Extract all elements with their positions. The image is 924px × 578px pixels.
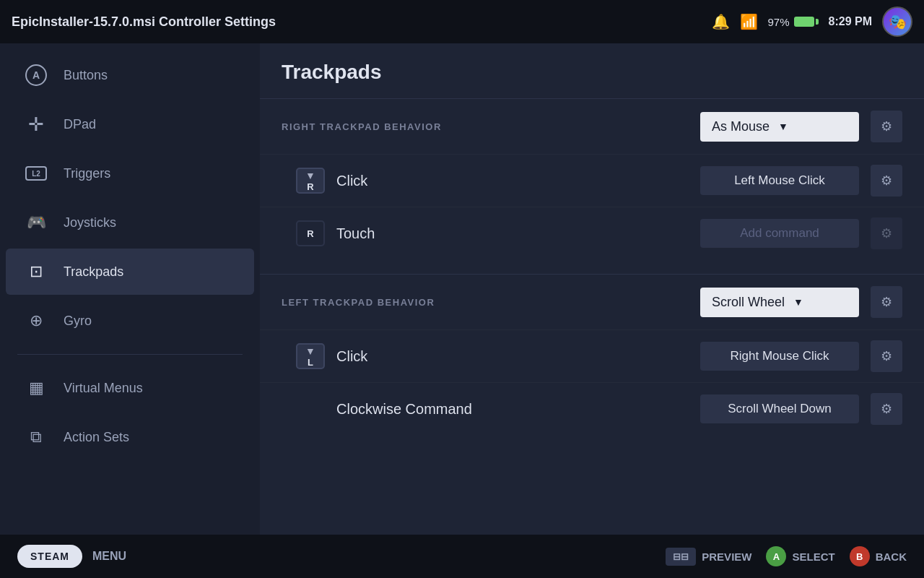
topbar-time: 8:29 PM: [829, 15, 872, 28]
left-trackpad-click-row: ▼ L Click Right Mouse Click ⚙: [260, 329, 924, 382]
sidebar-label-gyro: Gyro: [64, 314, 92, 329]
dropdown-arrow-icon-2: ▼: [793, 296, 803, 308]
right-trackpad-header: RIGHT TRACKPAD BEHAVIOR As Mouse ▼ ⚙: [260, 99, 924, 154]
sidebar-item-dpad[interactable]: ✛ DPad: [6, 101, 254, 147]
bell-icon: 🔔: [712, 13, 730, 30]
sidebar-item-buttons[interactable]: A Buttons: [6, 52, 254, 98]
right-click-label: Click: [336, 173, 689, 189]
left-trackpad-section: LEFT TRACKPAD BEHAVIOR Scroll Wheel ▼ ⚙ …: [260, 274, 924, 435]
left-trackpad-gear-button[interactable]: ⚙: [871, 286, 902, 318]
sidebar-label-dpad: DPad: [64, 117, 96, 132]
right-touch-label: Touch: [336, 225, 689, 242]
clockwise-command-row: Clockwise Command Scroll Wheel Down ⚙: [260, 382, 924, 435]
right-click-icon-arrow: ▼: [305, 170, 315, 181]
right-trackpad-touch-row: R Touch Add command ⚙: [260, 207, 924, 259]
right-click-command-button[interactable]: Left Mouse Click: [700, 166, 859, 195]
dropdown-arrow-icon: ▼: [778, 121, 788, 132]
left-click-icon-arrow: ▼: [305, 345, 315, 357]
right-trackpad-gear-button[interactable]: ⚙: [871, 111, 902, 142]
preview-icon-symbol: ⊟⊟: [673, 551, 689, 562]
right-click-badge: R: [307, 181, 313, 192]
topbar-avatar: 🎭: [882, 7, 912, 37]
sidebar-label-buttons: Buttons: [64, 68, 108, 83]
left-trackpad-behavior-dropdown[interactable]: Scroll Wheel ▼: [700, 288, 859, 317]
gyro-icon: ⊕: [23, 308, 49, 334]
right-touch-badge: R: [307, 228, 313, 239]
sidebar-item-virtual-menus[interactable]: ▦ Virtual Menus: [6, 365, 254, 411]
sidebar-item-gyro[interactable]: ⊕ Gyro: [6, 298, 254, 344]
preview-action: ⊟⊟ PREVIEW: [666, 548, 751, 566]
action-sets-icon: ⧉: [23, 424, 49, 450]
virtual-menus-icon: ▦: [23, 375, 49, 401]
l2-badge-icon: L2: [25, 166, 47, 181]
battery-icon: [794, 17, 819, 27]
topbar-right: 🔔 📶 97% 8:29 PM 🎭: [712, 7, 913, 37]
select-action: A SELECT: [766, 546, 834, 566]
a-circle-icon: A: [25, 64, 47, 86]
left-click-label: Click: [336, 348, 689, 365]
joysticks-icon: 🎮: [23, 210, 49, 236]
page-title: Trackpads: [282, 61, 902, 84]
left-click-badge: L: [308, 357, 313, 368]
topbar: EpicInstaller-15.7.0.msi Controller Sett…: [0, 0, 924, 43]
trackpads-icon: ⊡: [23, 259, 49, 285]
battery-tip: [816, 19, 819, 25]
left-click-command-button[interactable]: Right Mouse Click: [700, 342, 859, 371]
sidebar-item-joysticks[interactable]: 🎮 Joysticks: [6, 199, 254, 246]
sidebar-item-triggers[interactable]: L2 Triggers: [6, 150, 254, 197]
right-trackpad-label: RIGHT TRACKPAD BEHAVIOR: [282, 121, 689, 132]
back-label: BACK: [876, 551, 907, 563]
dpad-icon: ✛: [23, 111, 49, 137]
sidebar-item-action-sets[interactable]: ⧉ Action Sets: [6, 414, 254, 460]
steam-button[interactable]: STEAM: [17, 545, 82, 568]
buttons-icon: A: [23, 62, 49, 88]
menu-label: MENU: [92, 550, 126, 563]
left-click-gear-button[interactable]: ⚙: [871, 340, 902, 372]
right-touch-command-button[interactable]: Add command: [700, 219, 859, 248]
left-click-icon: ▼ L: [296, 343, 325, 369]
clockwise-label: Clockwise Command: [336, 401, 689, 418]
bottombar-right: ⊟⊟ PREVIEW A SELECT B BACK: [666, 546, 907, 566]
content-area: Trackpads RIGHT TRACKPAD BEHAVIOR As Mou…: [260, 43, 924, 535]
left-trackpad-behavior-value: Scroll Wheel: [712, 295, 785, 310]
right-click-gear-button[interactable]: ⚙: [871, 165, 902, 197]
sidebar: A Buttons ✛ DPad L2 Triggers 🎮 Joysticks…: [0, 43, 260, 535]
left-trackpad-header: LEFT TRACKPAD BEHAVIOR Scroll Wheel ▼ ⚙: [260, 275, 924, 329]
preview-label: PREVIEW: [702, 551, 751, 563]
select-label: SELECT: [792, 551, 834, 563]
battery-body: [794, 17, 814, 27]
sidebar-label-triggers: Triggers: [64, 166, 110, 181]
right-touch-gear-button[interactable]: ⚙: [871, 217, 902, 249]
a-button-badge: A: [766, 546, 786, 566]
bottombar: STEAM MENU ⊟⊟ PREVIEW A SELECT B BACK: [0, 535, 924, 578]
topbar-title: EpicInstaller-15.7.0.msi Controller Sett…: [12, 14, 712, 30]
sidebar-label-action-sets: Action Sets: [64, 430, 129, 445]
b-button-badge: B: [850, 546, 870, 566]
right-trackpad-click-row: ▼ R Click Left Mouse Click ⚙: [260, 154, 924, 207]
right-trackpad-behavior-dropdown[interactable]: As Mouse ▼: [700, 112, 859, 142]
sidebar-divider: [17, 354, 243, 355]
preview-icon: ⊟⊟: [666, 548, 696, 566]
sidebar-item-trackpads[interactable]: ⊡ Trackpads: [6, 249, 254, 295]
sidebar-label-virtual-menus: Virtual Menus: [64, 381, 143, 396]
right-touch-icon: R: [296, 220, 325, 246]
clockwise-gear-button[interactable]: ⚙: [871, 393, 902, 425]
sidebar-label-trackpads: Trackpads: [64, 264, 123, 280]
main-layout: A Buttons ✛ DPad L2 Triggers 🎮 Joysticks…: [0, 43, 924, 535]
content-header: Trackpads: [260, 43, 924, 98]
battery-percentage: 97%: [768, 16, 790, 28]
wifi-icon: 📶: [740, 13, 758, 30]
right-click-icon: ▼ R: [296, 168, 325, 194]
triggers-icon: L2: [23, 160, 49, 186]
left-trackpad-label: LEFT TRACKPAD BEHAVIOR: [282, 297, 689, 308]
battery-indicator: 97%: [768, 16, 819, 28]
clockwise-command-button[interactable]: Scroll Wheel Down: [700, 394, 859, 423]
back-action: B BACK: [850, 546, 907, 566]
sidebar-label-joysticks: Joysticks: [64, 215, 116, 230]
right-trackpad-section: RIGHT TRACKPAD BEHAVIOR As Mouse ▼ ⚙ ▼ R…: [260, 98, 924, 259]
right-trackpad-behavior-value: As Mouse: [712, 119, 770, 134]
